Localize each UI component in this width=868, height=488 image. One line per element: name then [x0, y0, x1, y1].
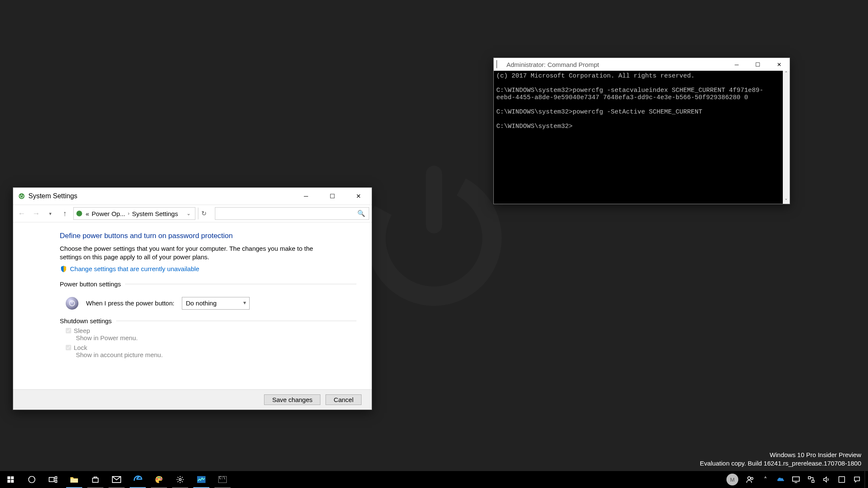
svg-rect-11: [55, 477, 57, 479]
scrollbar[interactable]: ˄˅: [783, 71, 790, 204]
svg-point-21: [748, 477, 751, 480]
explorer-navbar: ← → ▾ ↑ « Power Op... › System Settings …: [13, 205, 372, 222]
svg-rect-8: [11, 480, 14, 483]
onedrive-icon[interactable]: [773, 471, 788, 488]
recent-button[interactable]: ▾: [45, 208, 56, 219]
breadcrumb-prefix: «: [86, 210, 89, 217]
uac-link[interactable]: Change settings that are currently unava…: [70, 265, 199, 272]
lock-sub: Show in account picture menu.: [76, 351, 356, 358]
paint-button[interactable]: [148, 471, 170, 488]
device-icon[interactable]: [788, 471, 804, 488]
start-button[interactable]: [0, 471, 21, 488]
task-manager-button[interactable]: [191, 471, 212, 488]
action-center-icon[interactable]: [849, 471, 865, 488]
sleep-sub: Show in Power menu.: [76, 334, 356, 341]
edge-button[interactable]: [127, 471, 148, 488]
save-button[interactable]: Save changes: [264, 394, 320, 405]
titlebar[interactable]: Administrator: Command Prompt ─ ☐ ✕: [494, 58, 790, 71]
content-area: Define power buttons and turn on passwor…: [13, 222, 372, 358]
maximize-button[interactable]: ☐: [319, 188, 345, 205]
search-icon: 🔍: [357, 210, 365, 217]
svg-point-16: [158, 477, 159, 478]
svg-rect-13: [70, 479, 78, 482]
svg-point-17: [159, 477, 161, 478]
svg-point-9: [29, 477, 35, 483]
window-title: Administrator: Command Prompt: [506, 61, 599, 68]
minimize-button[interactable]: ─: [726, 58, 747, 71]
lock-checkbox: [66, 345, 71, 350]
svg-point-0: [356, 160, 512, 311]
cmd-icon: [496, 61, 505, 68]
scroll-down-icon[interactable]: ˅: [785, 198, 787, 204]
ime-icon[interactable]: [834, 471, 849, 488]
dialog-footer: Save changes Cancel: [13, 389, 372, 410]
svg-rect-25: [812, 480, 814, 482]
svg-rect-5: [8, 477, 11, 480]
terminal-output[interactable]: (c) 2017 Microsoft Corporation. All righ…: [494, 71, 783, 204]
power-action-select[interactable]: Do nothing: [182, 297, 250, 310]
svg-point-19: [179, 479, 181, 481]
svg-rect-23: [793, 477, 799, 481]
scroll-up-icon[interactable]: ˄: [785, 71, 787, 76]
breadcrumb-level2[interactable]: System Settings: [132, 210, 178, 217]
close-button[interactable]: ✕: [768, 58, 790, 71]
close-button[interactable]: ✕: [345, 188, 372, 205]
search-input[interactable]: 🔍: [215, 207, 369, 220]
command-prompt-window: Administrator: Command Prompt ─ ☐ ✕ (c) …: [493, 58, 790, 204]
chevron-down-icon[interactable]: ⌄: [186, 211, 191, 216]
svg-rect-7: [8, 480, 11, 483]
people-icon[interactable]: [743, 471, 758, 488]
checkbox-sleep: Sleep: [66, 327, 356, 334]
system-settings-window: System Settings ─ ☐ ✕ ← → ▾ ↑ « Power Op…: [13, 187, 372, 410]
uac-shield-icon: [60, 265, 67, 273]
task-view-button[interactable]: [42, 471, 64, 488]
wallpaper-power-icon: [353, 150, 515, 312]
show-desktop-button[interactable]: [865, 471, 868, 488]
titlebar[interactable]: System Settings ─ ☐ ✕: [13, 188, 372, 205]
power-options-icon: [75, 210, 83, 217]
svg-rect-24: [808, 477, 810, 479]
section-shutdown: Shutdown settings: [60, 317, 356, 324]
svg-rect-1: [426, 166, 442, 233]
cmd-button[interactable]: [212, 471, 233, 488]
page-description: Choose the power settings that you want …: [60, 244, 314, 262]
chevron-right-icon: ›: [128, 211, 130, 216]
back-button[interactable]: ←: [16, 208, 28, 219]
power-options-icon: [17, 192, 27, 200]
svg-rect-12: [55, 480, 57, 482]
cancel-button[interactable]: Cancel: [326, 394, 362, 405]
page-heading: Define power buttons and turn on passwor…: [60, 232, 356, 240]
forward-button[interactable]: →: [30, 208, 42, 219]
volume-icon[interactable]: [819, 471, 834, 488]
maximize-button[interactable]: ☐: [747, 58, 768, 71]
breadcrumb[interactable]: « Power Op... › System Settings ⌄: [73, 207, 195, 220]
user-avatar[interactable]: M: [726, 474, 738, 485]
checkbox-lock: Lock: [66, 344, 356, 351]
up-button[interactable]: ↑: [59, 208, 71, 219]
svg-point-3: [76, 211, 82, 216]
minimize-button[interactable]: ─: [293, 188, 319, 205]
breadcrumb-level1[interactable]: Power Op...: [92, 210, 125, 217]
tray-chevron-up-icon[interactable]: ˄: [758, 471, 773, 488]
svg-rect-6: [11, 477, 14, 480]
network-icon[interactable]: [804, 471, 819, 488]
mail-button[interactable]: [106, 471, 127, 488]
svg-point-18: [161, 479, 162, 480]
power-button-label: When I press the power button:: [86, 299, 174, 307]
file-explorer-button[interactable]: [64, 471, 85, 488]
svg-point-22: [751, 477, 753, 480]
section-power-button: Power button settings: [60, 280, 356, 288]
power-button-icon: [66, 297, 78, 310]
refresh-button[interactable]: ↻: [198, 208, 210, 219]
window-title: System Settings: [28, 192, 78, 200]
store-button[interactable]: [85, 471, 106, 488]
svg-point-15: [156, 479, 158, 480]
cortana-button[interactable]: [21, 471, 42, 488]
sleep-checkbox: [66, 328, 71, 333]
windows-watermark: Windows 10 Pro Insider Preview Evaluatio…: [700, 451, 861, 468]
svg-rect-26: [839, 477, 845, 482]
taskbar: M ˄: [0, 471, 868, 488]
svg-rect-10: [49, 477, 54, 482]
settings-button[interactable]: [170, 471, 191, 488]
